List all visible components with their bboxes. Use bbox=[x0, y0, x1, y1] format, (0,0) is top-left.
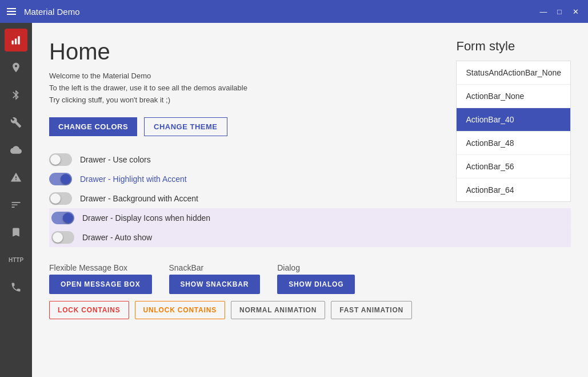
toggle-auto-show[interactable] bbox=[51, 231, 74, 244]
toggle-use-colors[interactable] bbox=[49, 153, 72, 166]
change-colors-button[interactable]: CHANGE COLORS bbox=[49, 117, 137, 136]
sidebar: HTTP bbox=[0, 23, 32, 377]
sidebar-item-bookmark[interactable] bbox=[5, 221, 27, 244]
toggle-label-auto-show: Drawer - Auto show bbox=[82, 233, 152, 242]
toggle-knob-auto-show bbox=[53, 232, 63, 243]
flexible-message-box-section: Flexible Message Box OPEN MESSAGE BOX bbox=[49, 263, 152, 294]
sidebar-item-warning[interactable] bbox=[5, 166, 27, 189]
cloud-icon bbox=[10, 144, 22, 156]
chart-bar-icon bbox=[10, 34, 22, 46]
phone-icon bbox=[10, 281, 22, 293]
sidebar-item-cloud[interactable] bbox=[5, 138, 27, 161]
form-style-item-actionbar-none[interactable]: ActionBar_None bbox=[457, 85, 570, 108]
warning-icon bbox=[10, 172, 22, 183]
toggle-label-background-accent: Drawer - Background with Accent bbox=[80, 194, 198, 203]
svg-rect-2 bbox=[18, 36, 19, 44]
toggle-label-use-colors: Drawer - Use colors bbox=[80, 155, 151, 164]
toggle-highlight-accent[interactable] bbox=[49, 173, 72, 185]
sidebar-item-sort[interactable] bbox=[5, 193, 27, 216]
toggle-knob-highlight-accent bbox=[61, 174, 71, 184]
form-style-item-actionbar-48[interactable]: ActionBar_48 bbox=[457, 132, 570, 155]
show-snackbar-button[interactable]: SHOW SNACKBAR bbox=[169, 275, 261, 294]
snackbar-title: SnackBar bbox=[169, 263, 261, 272]
toggle-knob-background-accent bbox=[50, 193, 61, 204]
lock-contains-button[interactable]: LOCK CONTAINS bbox=[49, 301, 129, 319]
content-area: Home Welcome to the Material Demo To the… bbox=[32, 23, 588, 377]
wrench-icon bbox=[10, 117, 22, 128]
bottom-sections: Flexible Message Box OPEN MESSAGE BOX Sn… bbox=[49, 263, 571, 294]
normal-animation-button[interactable]: NORMAL ANIMATION bbox=[231, 301, 325, 319]
form-style-heading: Form style bbox=[456, 39, 571, 54]
form-style-list: StatusAndActionBar_None ActionBar_None A… bbox=[456, 61, 571, 202]
svg-rect-0 bbox=[12, 41, 14, 45]
main-layout: HTTP Home Welcome to the Material Demo T… bbox=[0, 23, 588, 377]
sidebar-item-bluetooth[interactable] bbox=[5, 84, 27, 106]
svg-rect-1 bbox=[15, 39, 17, 45]
bottom-outlined-buttons: LOCK CONTAINS UNLOCK CONTAINS NORMAL ANI… bbox=[49, 301, 571, 319]
snackbar-section: SnackBar SHOW SNACKBAR bbox=[169, 263, 261, 294]
dialog-title: Dialog bbox=[277, 263, 355, 272]
form-style-item-actionbar-40[interactable]: ActionBar_40 bbox=[457, 108, 570, 132]
bookmark-icon bbox=[10, 227, 22, 238]
toggle-label-highlight-accent: Drawer - Highlight with Accent bbox=[80, 174, 187, 184]
sidebar-item-dashboard[interactable] bbox=[5, 29, 27, 51]
form-style-item-actionbar-56[interactable]: ActionBar_56 bbox=[457, 155, 570, 178]
sort-icon bbox=[10, 199, 22, 211]
toggle-display-icons[interactable] bbox=[51, 212, 74, 224]
sidebar-item-wrench[interactable] bbox=[5, 111, 27, 134]
toggle-background-accent[interactable] bbox=[49, 192, 72, 205]
toggle-row-display-icons: Drawer - Display Icons when hidden bbox=[49, 208, 571, 228]
toggle-knob-display-icons bbox=[63, 213, 73, 223]
toggle-knob-use-colors bbox=[50, 154, 61, 165]
unlock-contains-button[interactable]: UNLOCK CONTAINS bbox=[135, 301, 225, 319]
fast-animation-button[interactable]: FAST ANIMATION bbox=[331, 301, 412, 319]
sidebar-item-location[interactable] bbox=[5, 56, 27, 79]
window-controls: — □ ✕ bbox=[538, 6, 581, 17]
form-style-item-actionbar-64[interactable]: ActionBar_64 bbox=[457, 178, 570, 201]
form-style-container: Form style StatusAndActionBar_None Actio… bbox=[456, 39, 571, 202]
location-icon bbox=[10, 62, 22, 73]
toggle-row-auto-show: Drawer - Auto show bbox=[49, 228, 571, 247]
title-bar: Material Demo — □ ✕ bbox=[0, 0, 588, 23]
flexible-message-box-title: Flexible Message Box bbox=[49, 263, 152, 272]
sidebar-item-phone[interactable] bbox=[5, 276, 27, 299]
open-message-box-button[interactable]: OPEN MESSAGE BOX bbox=[49, 275, 152, 294]
minimize-button[interactable]: — bbox=[538, 6, 549, 17]
change-theme-button[interactable]: CHANGE THEME bbox=[144, 117, 227, 136]
close-button[interactable]: ✕ bbox=[570, 6, 581, 17]
bluetooth-icon bbox=[10, 89, 22, 101]
show-dialog-button[interactable]: SHOW DIALOG bbox=[277, 275, 355, 294]
dialog-section: Dialog SHOW DIALOG bbox=[277, 263, 355, 294]
app-title: Material Demo bbox=[24, 7, 80, 17]
maximize-button[interactable]: □ bbox=[554, 6, 565, 17]
sidebar-item-http[interactable]: HTTP bbox=[5, 248, 27, 271]
menu-button[interactable] bbox=[7, 8, 16, 15]
form-style-item-status-none[interactable]: StatusAndActionBar_None bbox=[457, 61, 570, 85]
toggle-label-display-icons: Drawer - Display Icons when hidden bbox=[82, 213, 210, 223]
